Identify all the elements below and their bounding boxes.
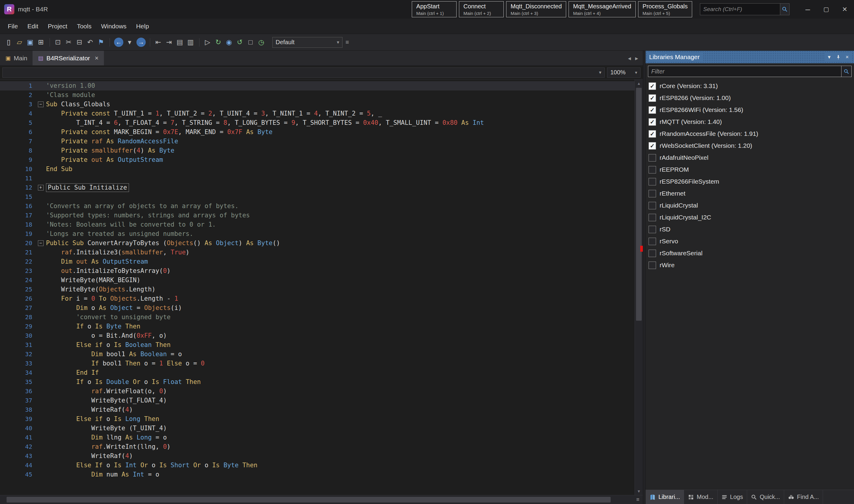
member-navigation-select[interactable]: ▾ bbox=[2, 68, 605, 78]
vertical-scrollbar-thumb[interactable] bbox=[636, 88, 642, 321]
panel-close-icon[interactable]: × bbox=[843, 53, 852, 61]
menu-edit[interactable]: Edit bbox=[23, 21, 43, 32]
minimize-button[interactable]: – bbox=[798, 0, 817, 19]
code-line[interactable]: 28 'convert to unsigned byte bbox=[0, 312, 635, 322]
back-history-dropdown-icon[interactable]: ▾ bbox=[125, 37, 135, 48]
library-item[interactable]: ✓rESP8266WiFi (Version: 1.56) bbox=[649, 104, 854, 116]
profiler-icon[interactable]: ◷ bbox=[256, 37, 266, 48]
library-item[interactable]: rSD bbox=[649, 223, 854, 235]
cut-icon[interactable]: ✂ bbox=[63, 37, 74, 48]
panel-menu-chevron-icon[interactable]: ▾ bbox=[825, 53, 834, 61]
code-line[interactable]: 12+Public Sub Initialize bbox=[0, 183, 635, 192]
search-icon[interactable] bbox=[780, 4, 789, 15]
horizontal-scrollbar[interactable]: ≡ bbox=[0, 495, 643, 504]
module-button-connect[interactable]: Connect Main (ctrl + 2) bbox=[459, 1, 504, 17]
code-line[interactable]: 7 Private raf As RandomAccessFile bbox=[0, 137, 635, 146]
build-configuration-select[interactable]: Default ▾ bbox=[272, 37, 343, 48]
code-line[interactable]: 9 Private out As OutputStream bbox=[0, 155, 635, 164]
fold-collapse-icon[interactable]: − bbox=[35, 100, 46, 109]
fold-collapse-icon[interactable]: − bbox=[35, 238, 46, 248]
fold-expand-icon[interactable]: + bbox=[35, 183, 46, 192]
library-item[interactable]: rSoftwareSerial bbox=[649, 247, 854, 259]
module-button-mqtt-disconnected[interactable]: Mqtt_Disconnected Main (ctrl + 3) bbox=[506, 1, 566, 17]
library-item[interactable]: rAdafruitNeoPixel bbox=[649, 152, 854, 164]
code-line[interactable]: 22 Dim out As OutputStream bbox=[0, 257, 635, 266]
run-icon[interactable]: ▷ bbox=[202, 37, 213, 48]
code-line[interactable]: 40 WriteByte (T_UINT_4) bbox=[0, 424, 635, 433]
toolbar-overflow-icon[interactable]: ≡ bbox=[345, 39, 349, 46]
code-line[interactable]: 32 Dim bool1 As Boolean = o bbox=[0, 349, 635, 359]
library-checkbox-unchecked[interactable] bbox=[649, 214, 656, 221]
code-line[interactable]: 27 Dim o As Object = Objects(i) bbox=[0, 303, 635, 312]
menu-project[interactable]: Project bbox=[43, 21, 72, 32]
library-item[interactable]: rLiquidCrystal bbox=[649, 199, 854, 211]
bookmark-icon[interactable]: ⚑ bbox=[96, 37, 106, 48]
code-line[interactable]: 21 raf.Initialize3(smallbuffer, True) bbox=[0, 248, 635, 257]
vertical-scrollbar[interactable]: ▲ ▼ bbox=[635, 79, 643, 495]
tab-close-icon[interactable]: × bbox=[95, 54, 98, 62]
menu-tools[interactable]: Tools bbox=[72, 21, 96, 32]
library-item[interactable]: rESP8266FileSystem bbox=[649, 176, 854, 187]
outdent-icon[interactable]: ⇤ bbox=[153, 37, 163, 48]
code-line[interactable]: 24 WriteByte(MARK_BEGIN) bbox=[0, 275, 635, 285]
tab-scroll-right-icon[interactable]: ▸ bbox=[635, 55, 638, 62]
code-editor[interactable]: 1'version 1.002'Class module3−Sub Class_… bbox=[0, 79, 643, 495]
code-line[interactable]: 34 End If bbox=[0, 368, 635, 377]
open-project-icon[interactable]: ▱ bbox=[14, 37, 24, 48]
code-line[interactable]: 42 raf.WriteInt(llng, 0) bbox=[0, 442, 635, 451]
library-checkbox-checked[interactable]: ✓ bbox=[649, 94, 656, 102]
copy-icon[interactable]: ⊡ bbox=[53, 37, 63, 48]
library-item[interactable]: ✓rCore (Version: 3.31) bbox=[649, 80, 854, 92]
filter-search-icon[interactable] bbox=[841, 66, 851, 77]
library-item[interactable]: ✓rMQTT (Version: 1.40) bbox=[649, 116, 854, 128]
code-line[interactable]: 38 WriteRaf(4) bbox=[0, 405, 635, 414]
library-filter-input[interactable] bbox=[648, 66, 841, 77]
code-line[interactable]: 3−Sub Class_Globals bbox=[0, 100, 635, 109]
dock-tab-quick-search[interactable]: Quick... bbox=[747, 490, 784, 504]
horizontal-scrollbar-thumb[interactable] bbox=[6, 497, 611, 503]
library-checkbox-unchecked[interactable] bbox=[649, 226, 656, 233]
module-button-mqtt-messagearrived[interactable]: Mqtt_MessageArrived Main (ctrl + 4) bbox=[568, 1, 636, 17]
code-line[interactable]: 23 out.InitializeToBytesArray(0) bbox=[0, 266, 635, 275]
library-item[interactable]: rEEPROM bbox=[649, 164, 854, 176]
code-line[interactable]: 26 For i = 0 To Objects.Length - 1 bbox=[0, 294, 635, 303]
library-checkbox-unchecked[interactable] bbox=[649, 202, 656, 209]
code-line[interactable]: 35 If o Is Double Or o Is Float Then bbox=[0, 377, 635, 386]
code-line[interactable]: 10End Sub bbox=[0, 164, 635, 174]
code-line[interactable]: 20−Public Sub ConvertArrayToBytes (Objec… bbox=[0, 238, 635, 248]
dock-tab-find-all[interactable]: Find A... bbox=[784, 490, 823, 504]
library-checkbox-unchecked[interactable] bbox=[649, 166, 656, 174]
code-line[interactable]: 29 If o Is Byte Then bbox=[0, 322, 635, 331]
code-line[interactable]: 30 o = Bit.And(0xFF, o) bbox=[0, 331, 635, 340]
menu-help[interactable]: Help bbox=[131, 21, 154, 32]
indent-icon[interactable]: ⇥ bbox=[164, 37, 174, 48]
library-checkbox-unchecked[interactable] bbox=[649, 238, 656, 245]
library-item[interactable]: ✓rWebSocketClient (Version: 1.20) bbox=[649, 140, 854, 152]
scroll-up-icon[interactable]: ▲ bbox=[635, 79, 643, 87]
library-checkbox-checked[interactable]: ✓ bbox=[649, 118, 656, 126]
error-marker[interactable] bbox=[640, 246, 643, 252]
rebuild-icon[interactable]: ↺ bbox=[235, 37, 245, 48]
code-line[interactable]: 4 Private const T_UINT_1 = 1, T_UINT_2 =… bbox=[0, 109, 635, 118]
module-button-process-globals[interactable]: Process_Globals Main (ctrl + 5) bbox=[638, 1, 692, 17]
code-line[interactable]: 5 T_INT_4 = 6, T_FLOAT_4 = 7, T_STRING =… bbox=[0, 118, 635, 127]
module-button-appstart[interactable]: AppStart Main (ctrl + 1) bbox=[412, 1, 457, 17]
dock-tab-logs[interactable]: Logs bbox=[717, 490, 747, 504]
undo-icon[interactable]: ↶ bbox=[85, 37, 95, 48]
code-line[interactable]: 43 WriteRaf(4) bbox=[0, 451, 635, 461]
code-line[interactable]: 8 Private smallbuffer(4) As Byte bbox=[0, 146, 635, 155]
library-checkbox-unchecked[interactable] bbox=[649, 178, 656, 185]
code-line[interactable]: 31 Else if o Is Boolean Then bbox=[0, 340, 635, 349]
library-item[interactable]: rEthernet bbox=[649, 187, 854, 199]
library-checkbox-checked[interactable]: ✓ bbox=[649, 142, 656, 149]
library-item[interactable]: ✓rRandomAccessFile (Version: 1.91) bbox=[649, 128, 854, 140]
code-line[interactable]: 16'Converts an array of objects to an ar… bbox=[0, 201, 635, 211]
library-checkbox-checked[interactable]: ✓ bbox=[649, 130, 656, 138]
dock-tab-modules[interactable]: Mod... bbox=[684, 490, 717, 504]
debug-icon[interactable]: ◉ bbox=[224, 37, 234, 48]
uncomment-icon[interactable]: ▥ bbox=[185, 37, 196, 48]
library-item[interactable]: rServo bbox=[649, 235, 854, 247]
code-line[interactable]: 15 bbox=[0, 192, 635, 201]
compile-icon[interactable]: ↻ bbox=[213, 37, 223, 48]
panel-splitter[interactable] bbox=[643, 51, 646, 504]
